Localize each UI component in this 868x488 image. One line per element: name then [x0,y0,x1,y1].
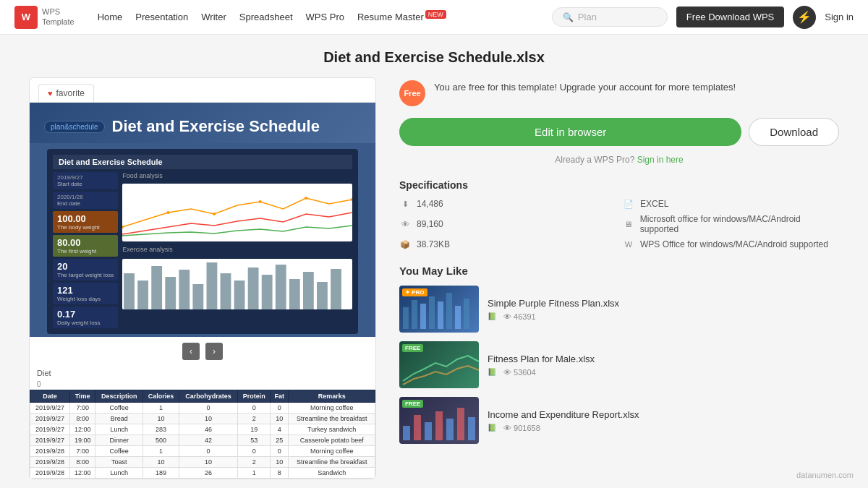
spreadsheet-preview: Diet 0 Date Time Description Calories Ca… [30,366,375,479]
spec-size: 📦 38.73KB [399,239,616,250]
svg-rect-27 [446,293,452,329]
svg-rect-36 [468,417,475,440]
nav-wps-pro[interactable]: WPS Pro [306,12,344,22]
svg-rect-26 [438,301,443,329]
stat-target: 20 The target weight loss [53,259,118,281]
spec-os: 🖥 Microsoft office for windows/MAC/Andro… [623,214,839,234]
svg-rect-19 [303,272,314,309]
excel-icon-3: 📗 [488,424,496,432]
food-analysis-label: Food analysis [122,172,352,179]
svg-point-4 [305,197,307,200]
suggestion-3[interactable]: FREE Income and Expenditure Report.xlsx [399,397,839,444]
svg-rect-14 [234,281,245,309]
download-button[interactable]: Download [749,118,839,146]
svg-point-2 [213,213,216,215]
spec-size-value: 38.73KB [417,239,450,249]
table-row: 2019/9/287:00Coffee1000Morning coffee [30,446,375,457]
nav-home[interactable]: Home [98,12,123,22]
suggestion-3-name: Income and Expenditure Report.xlsx [488,409,839,420]
col-rem: Remarks [289,390,375,403]
svg-rect-33 [435,411,443,440]
svg-rect-31 [414,415,421,440]
inner-card-title: Diet and Exercise Schedule [53,155,352,169]
signin-here-link[interactable]: Sign in here [637,155,684,165]
col-prot: Protein [238,390,271,403]
svg-rect-30 [403,426,410,440]
action-buttons: Edit in browser Download [399,118,839,146]
spec-download-value: 14,486 [417,199,443,209]
logo-icon: W [14,6,38,29]
stat-daily: 0.17 Daily weight loss [53,307,118,328]
suggestion-3-views: 👁 901658 [503,424,540,432]
table-row: 2019/9/278:00Bread1010210Streamline the … [30,414,375,424]
spec-views: 👁 89,160 [399,214,616,234]
svg-rect-13 [221,273,231,309]
suggestion-1-thumb: ✦ PRO [399,286,479,333]
suggestion-2[interactable]: FREE Fitness Plan for Male.xlsx 📗 👁 5360… [399,341,839,388]
new-badge: NEW [425,10,446,19]
stat-body-weight: 100.00 The body weight [53,211,118,233]
preview-nav-arrows: ‹ › [30,337,375,366]
preview-header: plan&schedule Diet and Exercise Schedule [30,103,375,143]
nav-presentation[interactable]: Presentation [135,12,188,22]
svg-rect-34 [446,419,454,440]
svg-rect-22 [403,307,409,329]
stat-days: 121 Weight loss days [53,283,118,304]
svg-rect-35 [457,408,464,440]
suggestion-2-views: 👁 53604 [503,368,536,377]
plan-badge: plan&schedule [44,121,105,133]
prev-arrow[interactable]: ‹ [182,343,200,360]
suggestion-2-meta: 📗 👁 53604 [488,368,839,377]
download-icon: ⬇ [399,198,411,210]
svg-rect-16 [262,275,273,309]
svg-rect-6 [124,273,135,309]
suggestion-2-name: Fitness Plan for Male.xlsx [488,354,839,364]
nav-writer[interactable]: Writer [201,12,226,22]
logo[interactable]: W WPSTemplate [14,6,75,29]
svg-rect-32 [425,422,432,440]
navbar-right: 🔍 Plan Free Download WPS ⚡ Sign in [552,6,854,29]
col-cal: Calories [143,390,179,403]
nav-spreadsheet[interactable]: Spreadsheet [239,12,293,22]
free-download-wps-button[interactable]: Free Download WPS [676,7,784,27]
svg-rect-10 [179,270,190,309]
format-icon: 📄 [623,198,634,210]
edit-in-browser-button[interactable]: Edit in browser [399,118,741,146]
wps-icon: W [623,239,634,250]
preview-main-title: Diet and Exercise Schedule [112,117,320,136]
excel-icon-2: 📗 [488,368,496,376]
you-may-like-title: You May Like [399,265,839,277]
nav-resume-master[interactable]: Resume MasterNEW [357,11,446,22]
col-time: Time [70,390,95,403]
signin-link[interactable]: Sign in [825,12,854,22]
svg-rect-17 [276,265,286,309]
favorite-tab[interactable]: ♥ favorite [38,84,94,102]
svg-rect-25 [429,296,435,329]
suggestion-1[interactable]: ✦ PRO Simple Purple Fitness Plan.xl [399,286,839,333]
col-date: Date [30,390,70,403]
stat-end-date: 2020/1/26 End date [53,192,118,209]
excel-icon-1: 📗 [488,312,496,320]
svg-point-5 [351,198,352,201]
nav-links: Home Presentation Writer Spreadsheet WPS… [98,11,446,22]
table-row: 2019/9/2812:00Lunch1892618Sandwich [30,468,375,479]
bar-chart-area [122,259,352,309]
size-icon: 📦 [399,239,411,250]
svg-rect-18 [289,279,300,309]
spec-wps: W WPS Office for windows/MAC/Android sup… [623,239,839,250]
preview-inner-card: Diet and Exercise Schedule 2019/9/27 Sta… [47,149,358,334]
suggestion-3-meta: 📗 👁 901658 [488,424,839,432]
logo-text: WPSTemplate [42,7,75,26]
svg-rect-28 [455,306,461,329]
page-title: Diet and Exercise Schedule.xlsx [0,49,868,66]
lightning-button[interactable]: ⚡ [793,6,816,29]
navbar: W WPSTemplate Home Presentation Writer S… [0,0,868,35]
svg-rect-15 [248,267,259,309]
search-box[interactable]: 🔍 Plan [552,7,668,27]
next-arrow[interactable]: › [205,343,223,360]
table-row: 2019/9/277:00Coffee1000Morning coffee [30,403,375,414]
spec-os-value: Microsoft office for windows/MAC/Android… [640,214,839,234]
suggestion-1-views: 👁 46391 [503,312,536,321]
favorite-tab-label: favorite [56,88,85,98]
free-banner: Free You are free for this template! Upg… [399,80,839,106]
